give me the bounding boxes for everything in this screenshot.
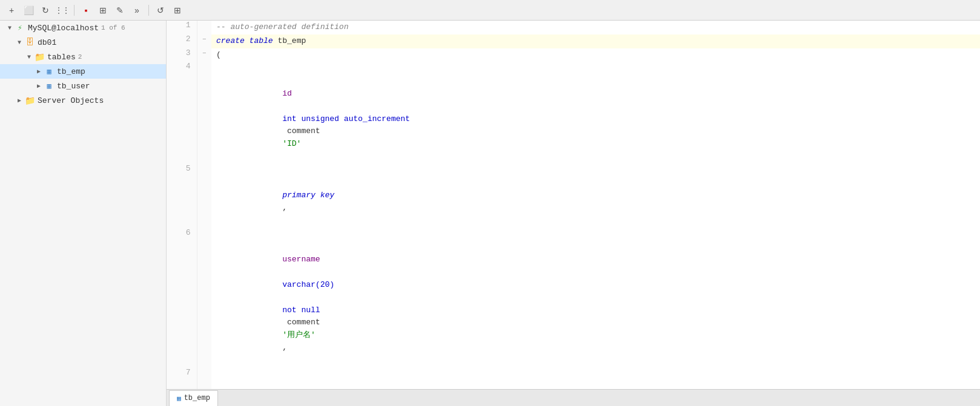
line-num-7: 7 bbox=[167, 368, 197, 389]
code-table: 1 -- auto-generated definition 2 – creat… bbox=[167, 21, 980, 389]
table-icon-emp: ▦ bbox=[44, 66, 55, 77]
execute-button[interactable]: ↺ bbox=[154, 4, 167, 17]
tb-emp-arrow: ▶ bbox=[34, 67, 44, 76]
comment-kw-4: comment bbox=[282, 126, 325, 136]
tab-tb-emp[interactable]: ▦ tb_emp bbox=[169, 390, 218, 406]
tables-label: tables bbox=[47, 53, 76, 62]
connection-label: MySQL@localhost bbox=[28, 24, 99, 33]
connection-badge: 1 of 6 bbox=[101, 24, 125, 31]
comment-text: -- auto-generated definition bbox=[216, 22, 348, 31]
folder-icon: 📁 bbox=[34, 51, 45, 62]
line-gutter-5 bbox=[197, 164, 211, 228]
line-num-6: 6 bbox=[167, 228, 197, 368]
separator-2 bbox=[148, 5, 149, 16]
sp-6a bbox=[282, 267, 301, 277]
comma-5: , bbox=[282, 203, 287, 212]
sidebar-item-tb-user[interactable]: ▶ ▦ tb_user bbox=[0, 79, 166, 93]
table-icon-user: ▦ bbox=[44, 80, 55, 91]
line-gutter-7 bbox=[197, 368, 211, 389]
line-num-1: 1 bbox=[167, 21, 197, 34]
col-id: id bbox=[282, 89, 292, 98]
sidebar-item-tables[interactable]: ▼ 📁 tables 2 bbox=[0, 50, 166, 64]
grid-button[interactable]: ⊞ bbox=[96, 4, 110, 17]
str-username: '用户名' bbox=[282, 330, 316, 339]
table-view-button[interactable]: ⊞ bbox=[171, 4, 184, 17]
tab-table-icon: ▦ bbox=[177, 395, 181, 402]
code-line-7: password varchar(32) default '123456' nu… bbox=[211, 368, 980, 389]
code-line-5: primary key , bbox=[211, 164, 980, 228]
line-row-4: 4 id int unsigned auto_increment comment… bbox=[167, 62, 980, 163]
separator-1 bbox=[74, 5, 74, 16]
line-num-5: 5 bbox=[167, 164, 197, 228]
line-gutter-2: – bbox=[197, 34, 211, 48]
fold-icon-2[interactable]: – bbox=[202, 35, 207, 44]
tb-user-label: tb_user bbox=[57, 82, 90, 91]
stop-button[interactable]: ⬜ bbox=[22, 4, 35, 17]
server-objects-label: Server Objects bbox=[38, 96, 104, 105]
sidebar-item-db01[interactable]: ▼ 🗄 db01 bbox=[0, 35, 166, 50]
spaces-4a bbox=[282, 102, 339, 111]
sidebar-item-tb-emp[interactable]: ▶ ▦ tb_emp bbox=[0, 64, 166, 79]
sp-6b bbox=[282, 293, 396, 302]
add-button[interactable]: + bbox=[5, 4, 18, 17]
line-row-5: 5 primary key , bbox=[167, 164, 980, 228]
tab-label: tb_emp bbox=[184, 394, 210, 402]
code-line-3: ( bbox=[211, 48, 980, 62]
kw-primary: primary key bbox=[282, 191, 334, 200]
db01-arrow: ▼ bbox=[15, 38, 24, 47]
editor-container: 1 -- auto-generated definition 2 – creat… bbox=[167, 21, 980, 406]
tables-count: 2 bbox=[78, 53, 82, 61]
edit-button[interactable]: ✎ bbox=[113, 4, 127, 17]
type-int: int unsigned auto_increment bbox=[282, 114, 410, 123]
line-row-1: 1 -- auto-generated definition bbox=[167, 21, 980, 34]
tb-emp-label: tb_emp bbox=[57, 67, 85, 76]
tables-arrow: ▼ bbox=[24, 52, 34, 62]
tb-user-arrow: ▶ bbox=[34, 81, 44, 91]
connection-arrow: ▼ bbox=[5, 23, 15, 33]
line-gutter-3: – bbox=[197, 48, 211, 62]
col-username: username bbox=[282, 255, 320, 264]
db-icon: 🗄 bbox=[24, 37, 35, 48]
overflow-button[interactable]: » bbox=[130, 4, 144, 17]
comment-kw-6: comment bbox=[282, 318, 325, 327]
sidebar-item-server-objects[interactable]: ▶ 📁 Server Objects bbox=[0, 93, 166, 108]
more-button[interactable]: ⋮⋮ bbox=[56, 4, 69, 17]
line-gutter-6 bbox=[197, 228, 211, 368]
kw-not-null-6: not null bbox=[282, 306, 320, 315]
str-id: 'ID' bbox=[282, 139, 301, 148]
line-num-4: 4 bbox=[167, 62, 197, 163]
line-num-3: 3 bbox=[167, 48, 197, 62]
tab-bar: ▦ tb_emp bbox=[167, 389, 980, 406]
code-line-2: create table tb_emp bbox=[211, 34, 980, 48]
line-row-7: 7 password varchar(32) default '123456' bbox=[167, 368, 980, 389]
refresh-button[interactable]: ↻ bbox=[39, 4, 52, 17]
comma-6: , bbox=[282, 343, 287, 352]
sidebar-item-connection[interactable]: ▼ ⚡ MySQL@localhost 1 of 6 bbox=[0, 21, 166, 35]
connection-icon: ⚡ bbox=[15, 22, 25, 33]
toolbar: + ⬜ ↻ ⋮⋮ ▪ ⊞ ✎ » ↺ ⊞ bbox=[0, 0, 980, 21]
server-objects-arrow: ▶ bbox=[15, 96, 24, 105]
type-varchar-20: varchar(20) bbox=[282, 280, 334, 289]
line-gutter-4 bbox=[197, 62, 211, 163]
line-num-2: 2 bbox=[167, 34, 197, 48]
stop-red-button[interactable]: ▪ bbox=[79, 4, 93, 17]
line-gutter-1 bbox=[197, 21, 211, 34]
main-layout: ▼ ⚡ MySQL@localhost 1 of 6 ▼ 🗄 db01 ▼ 📁 … bbox=[0, 21, 980, 406]
server-objects-icon: 📁 bbox=[24, 95, 35, 106]
sidebar: ▼ ⚡ MySQL@localhost 1 of 6 ▼ 🗄 db01 ▼ 📁 … bbox=[0, 21, 167, 406]
code-line-6: username varchar(20) not null comment '用… bbox=[211, 228, 980, 368]
code-line-1: -- auto-generated definition bbox=[211, 21, 980, 34]
open-paren: ( bbox=[216, 50, 221, 59]
code-line-4: id int unsigned auto_increment comment '… bbox=[211, 62, 980, 163]
line-row-2: 2 – create table tb_emp bbox=[167, 34, 980, 48]
line-row-6: 6 username varchar(20) not null comment bbox=[167, 228, 980, 368]
line-row-3: 3 – ( bbox=[167, 48, 980, 62]
fold-icon-3[interactable]: – bbox=[202, 49, 207, 57]
kw-create: create table bbox=[216, 36, 277, 45]
code-area[interactable]: 1 -- auto-generated definition 2 – creat… bbox=[167, 21, 980, 389]
db01-label: db01 bbox=[38, 38, 56, 47]
table-name: tb_emp bbox=[277, 36, 306, 45]
